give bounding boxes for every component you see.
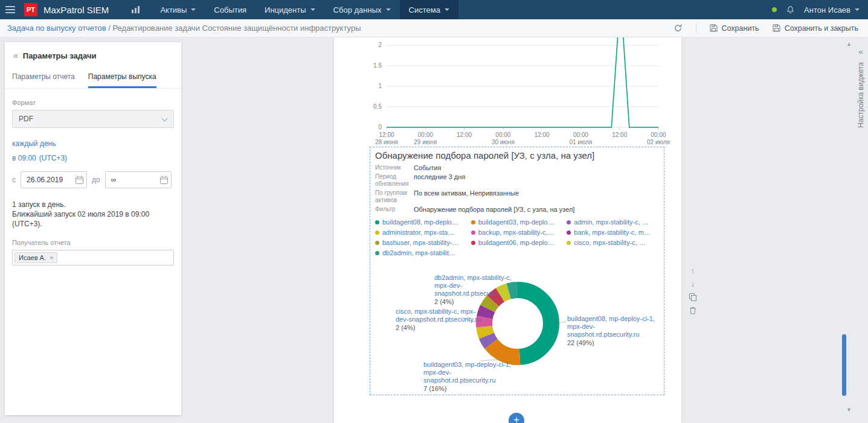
schedule-frequency-link[interactable]: каждый день [12, 139, 174, 148]
legend-item[interactable]: buildagent06, mp-deplo… [471, 239, 564, 246]
selected-widget[interactable]: Обнаружение подбора паролей [УЗ, с узла,… [370, 147, 664, 395]
svg-text:30 июня: 30 июня [492, 139, 515, 145]
schedule-time-link[interactable]: в 09:00 [12, 154, 36, 162]
legend-item[interactable]: backup, mpx-stability-c,… [471, 229, 564, 236]
chevron-down-icon [162, 116, 168, 122]
tab[interactable]: Параметры отчета [12, 72, 75, 88]
header-actions: Сохранить Сохранить и закрыть [674, 24, 859, 33]
task-parameters-panel: « Параметры задачи Параметры отчетаПарам… [5, 42, 181, 415]
svg-text:1: 1 [378, 83, 382, 89]
nav-item[interactable]: Активы [151, 0, 205, 19]
scrollbar-thumb[interactable] [842, 334, 846, 396]
user-name: Антон Исаев [804, 5, 850, 14]
collapse-panel-icon[interactable]: « [13, 51, 18, 60]
legend-item[interactable]: bank, mpx-stability-c, m… [567, 229, 659, 236]
scroll-up-arrow[interactable]: ▲ [846, 41, 852, 47]
legend-label: db2admin, mpx-stabilit… [382, 249, 455, 256]
main-nav: АктивыСобытияИнцидентыСбор данныхСистема [151, 0, 458, 19]
widget-meta-value: По всем активам, Непривязанные [414, 189, 659, 204]
chip-label: Исаев А. [19, 254, 46, 261]
runs-note: 1 запуск в день. [12, 200, 174, 209]
move-widget-up-button[interactable]: ↑ [688, 266, 698, 275]
legend-dot-icon [567, 231, 571, 235]
chevron-down-icon [445, 8, 449, 13]
svg-text:2: 2 [378, 42, 382, 48]
widget-settings-rail[interactable]: « Настройка виджета [855, 47, 867, 128]
date-from-field[interactable] [21, 171, 87, 188]
delete-widget-button[interactable] [688, 305, 698, 315]
topnav-right: Антон Исаев [772, 5, 868, 14]
nav-item-label: Сбор данных [333, 5, 382, 14]
panel-title: Параметры задачи [23, 51, 97, 60]
pt-logo[interactable]: PT [24, 3, 37, 16]
top-navigation-bar: PT MaxPatrol SIEM АктивыСобытияИнциденты… [0, 0, 868, 19]
legend-item[interactable]: admin, mpx-stability-c, … [567, 218, 659, 226]
legend-label: buildagent03, mp-deplo… [478, 218, 555, 226]
svg-text:12:00: 12:00 [612, 132, 627, 138]
chevron-down-icon [310, 8, 315, 13]
legend-dot-icon [375, 241, 379, 245]
legend-item[interactable]: buildagent03, mp-deplo… [471, 218, 564, 226]
donut-callout-label[interactable]: cisco, mpx-stability-c, mpx-dev-snapshot… [396, 308, 486, 323]
donut-callout-count: 22 (49%) [567, 339, 665, 347]
chip-remove-icon[interactable]: × [50, 254, 53, 261]
chevron-down-icon [191, 8, 196, 13]
widget-meta-label: Фильтр [375, 206, 409, 213]
widget-title: Обнаружение подбора паролей [УЗ, с узла,… [375, 150, 659, 161]
recipient-input[interactable]: Исаев А. × [12, 250, 174, 266]
widget-meta: ИсточникСобытияПериод обновленияпоследни… [375, 164, 659, 213]
timezone-link[interactable]: (UTC+3) [39, 154, 67, 162]
widget-meta-label: Источник [375, 164, 409, 171]
tab[interactable]: Параметры выпуска [88, 72, 156, 88]
legend-dot-icon [471, 241, 475, 245]
svg-text:12:00: 12:00 [379, 132, 394, 138]
donut-chart-area: db2admin, mpx-stability-c, mpx-dev-snaps… [370, 266, 665, 395]
scroll-down-arrow[interactable]: ▼ [846, 407, 852, 413]
svg-text:12:00: 12:00 [535, 132, 550, 138]
refresh-button[interactable] [674, 24, 683, 33]
save-close-button[interactable]: Сохранить и закрыть [773, 24, 858, 33]
nav-item-label: Инциденты [265, 5, 306, 14]
svg-text:00:00: 00:00 [651, 132, 666, 138]
legend-item[interactable]: cisco, mpx-stability-c, … [567, 239, 659, 246]
move-widget-down-button[interactable]: ↓ [688, 279, 698, 288]
widget-meta-value: События [414, 164, 659, 171]
expand-settings-icon[interactable]: « [858, 47, 863, 56]
legend-item[interactable]: bashuser, mpx-stability-… [375, 239, 468, 246]
nav-item[interactable]: Система [400, 0, 458, 19]
donut-callout: buildagent03, mp-deploy-ci-1, mpx-dev-sn… [423, 361, 521, 393]
donut-callout-count: 2 (4%) [434, 298, 526, 306]
format-select[interactable]: PDF [12, 110, 174, 128]
save-button[interactable]: Сохранить [710, 24, 759, 33]
dashboards-icon[interactable] [132, 6, 140, 14]
legend-label: backup, mpx-stability-c,… [478, 229, 555, 236]
settings-rail-title[interactable]: Настройка виджета [857, 62, 865, 128]
breadcrumb-link[interactable]: Задача по выпуску отчетов [7, 24, 106, 33]
duplicate-widget-button[interactable] [688, 292, 698, 302]
notifications-bell-icon[interactable] [786, 5, 795, 14]
donut-callout: buildagent08, mp-deploy-ci-1, mpx-dev-sn… [567, 315, 665, 347]
recipient-label: Получатель отчета [12, 239, 174, 246]
nav-item-label: События [214, 5, 246, 14]
legend-item[interactable]: db2admin, mpx-stabilit… [375, 249, 468, 256]
legend-label: bashuser, mpx-stability-… [382, 239, 459, 246]
date-to-field[interactable] [105, 171, 172, 188]
widget-meta-label: Период обновления [375, 173, 409, 188]
from-label: с [12, 176, 16, 184]
user-menu[interactable]: Антон Исаев [804, 5, 860, 14]
donut-callout-label[interactable]: buildagent08, mp-deploy-ci-1, mpx-dev-sn… [567, 315, 665, 339]
legend-item[interactable]: administrator, mpx-sta… [375, 229, 468, 236]
legend-item[interactable]: buildagent08, mp-deplo… [375, 218, 468, 226]
date-to-input[interactable] [105, 171, 172, 188]
nav-item[interactable]: Сбор данных [324, 0, 400, 19]
date-from-input[interactable] [21, 171, 87, 188]
legend-label: administrator, mpx-sta… [382, 229, 454, 236]
format-label: Формат [12, 99, 174, 106]
nav-item[interactable]: Инциденты [256, 0, 324, 19]
legend-dot-icon [567, 220, 571, 224]
menu-icon[interactable] [0, 6, 21, 13]
nav-item[interactable]: События [205, 0, 256, 19]
donut-callout-label[interactable]: buildagent03, mp-deploy-ci-1, mpx-dev-sn… [423, 361, 521, 384]
donut-callout-label[interactable]: db2admin, mpx-stability-c, mpx-dev-snaps… [434, 274, 526, 297]
legend-dot-icon [567, 241, 571, 245]
